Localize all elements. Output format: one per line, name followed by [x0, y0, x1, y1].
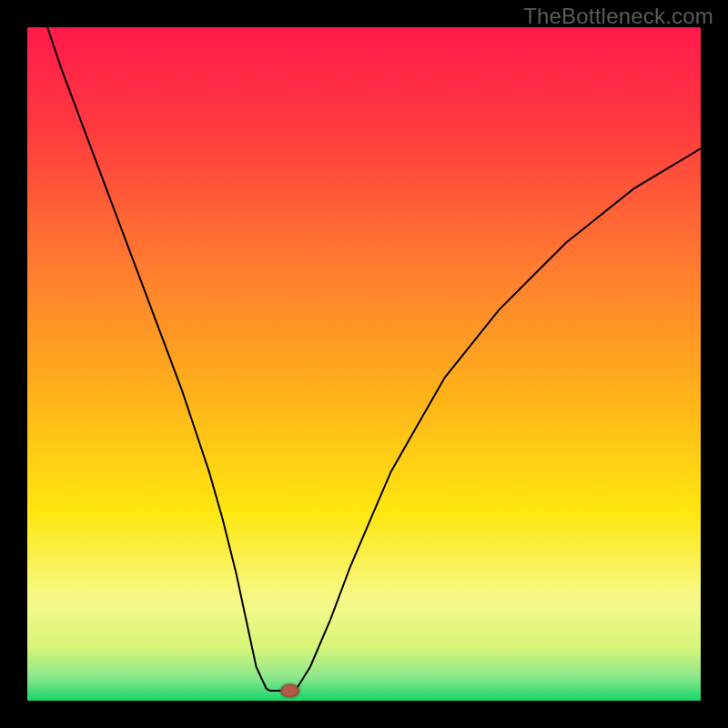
chart-frame: TheBottleneck.com [0, 0, 728, 728]
gradient-rect [27, 27, 701, 701]
watermark-text: TheBottleneck.com [523, 4, 713, 29]
plot-area [27, 27, 701, 701]
chart-svg [27, 27, 701, 701]
optimal-point-marker [280, 684, 299, 698]
